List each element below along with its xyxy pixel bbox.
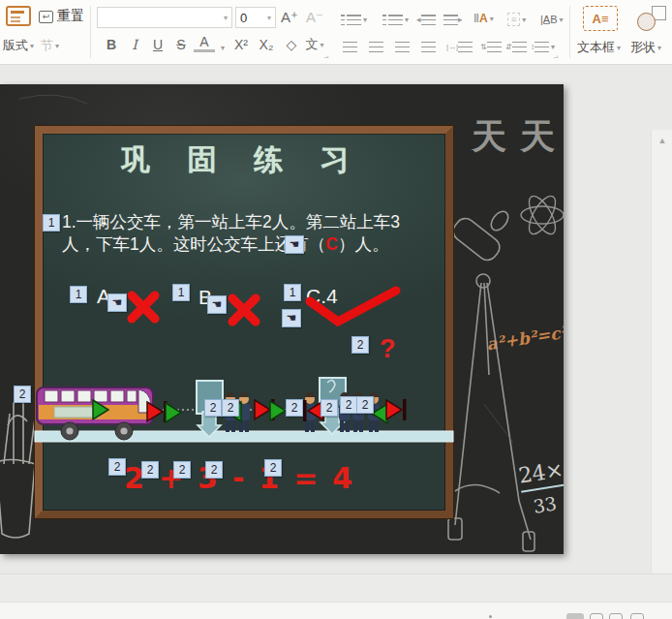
align-right-button[interactable] (395, 36, 410, 57)
distribute-button[interactable]: |↔| (446, 36, 473, 57)
animation-order-badge[interactable]: 2 (340, 396, 357, 414)
slide[interactable]: 天天向 a²+b²=c² 24× 33 (0, 84, 564, 554)
shapes-button[interactable] (637, 6, 666, 31)
trigger-hand-icon[interactable]: ☚ (285, 235, 304, 254)
animation-order-badge[interactable]: 2 (14, 386, 31, 403)
trigger-hand-icon[interactable]: ☚ (107, 294, 127, 312)
animation-order-badge[interactable]: 2 (141, 461, 159, 479)
text-box-dropdown[interactable]: 文本框▾ (577, 39, 621, 56)
slideshow-button[interactable] (630, 613, 644, 619)
animation-order-badge[interactable]: 2 (108, 458, 126, 476)
animation-order-badge[interactable]: 2 (204, 399, 222, 417)
chevron-down-icon: ▾ (490, 15, 494, 23)
bullet-list-icon (347, 15, 361, 25)
chevron-down-icon: ▾ (224, 14, 228, 22)
decrease-font-icon: A⁻ (306, 9, 323, 26)
align-left-button[interactable] (343, 36, 357, 57)
animation-order-badge[interactable]: 2 (264, 459, 282, 477)
font-color-caret[interactable]: ▾ (219, 37, 225, 58)
text-box-button[interactable]: A≡ (583, 6, 618, 31)
animation-order-badge[interactable]: 2 (356, 396, 374, 414)
section-dropdown[interactable]: 节▾ (41, 37, 59, 54)
para-space-dec-button[interactable]: ⇵ (505, 36, 527, 57)
subscript-icon: X₂ (260, 37, 274, 52)
line-spacing-button[interactable]: ↕▾ (531, 36, 555, 57)
question-text[interactable]: 1.一辆公交车，第一站上车2人。第二站上车3 人，下车1人。这时公交车上还有（C… (62, 211, 447, 256)
animation-order-badge[interactable]: 2 (173, 461, 191, 479)
clear-format-button[interactable]: ◇ (281, 34, 302, 55)
chevron-down-icon: ▾ (55, 42, 59, 50)
chevron-down-icon: ▾ (221, 44, 225, 52)
justify-button[interactable] (421, 36, 436, 57)
bold-button[interactable]: B (101, 34, 122, 55)
animation-order-badge[interactable]: 2 (286, 399, 303, 417)
underline-button[interactable]: U (147, 34, 168, 55)
reading-view-button[interactable] (609, 613, 623, 619)
dialog-launcher-icon[interactable]: ⌐ (323, 53, 328, 63)
question-mark[interactable]: ? (380, 334, 396, 364)
animation-order-badge[interactable]: 2 (351, 336, 369, 354)
animation-order-badge[interactable]: 2 (205, 461, 223, 479)
slide-sorter-button[interactable] (590, 613, 603, 619)
font-name-combo[interactable]: ▾ (97, 7, 232, 28)
layout-dropdown[interactable]: 版式▾ (3, 37, 34, 54)
subscript-button[interactable]: X₂ (256, 34, 277, 55)
animation-order-badge[interactable]: 2 (321, 399, 338, 417)
chevron-down-icon: ▾ (522, 15, 526, 24)
increase-font-button[interactable]: A⁺ (281, 7, 298, 28)
trigger-hand-icon[interactable]: ☚ (207, 295, 227, 314)
animation-order-badge[interactable]: 2 (222, 399, 239, 417)
trigger-hand-icon[interactable]: ☚ (282, 309, 301, 327)
underline-icon: U (153, 37, 163, 52)
italic-icon: I (132, 37, 137, 52)
pinyin-button[interactable]: 文▾ (304, 34, 325, 55)
font-color-button[interactable]: A (194, 34, 215, 52)
bullets-button[interactable]: ▾ (341, 9, 367, 30)
justify-icon (421, 42, 436, 52)
text-direction-button[interactable]: ‖A▾ (473, 8, 494, 29)
para-space-icon (487, 42, 502, 52)
animation-order-badge[interactable]: 1 (70, 286, 87, 303)
align-center-button[interactable] (369, 36, 383, 57)
content-align-button[interactable]: ≡▾ (507, 9, 526, 30)
font-size-combo[interactable]: 0▾ (235, 7, 276, 28)
decrease-font-button[interactable]: A⁻ (306, 7, 323, 28)
animation-order-badge[interactable]: 1 (172, 284, 190, 301)
scroll-up-icon[interactable]: ▲ (652, 134, 672, 149)
dialog-launcher-icon[interactable]: ⌐ (553, 53, 558, 63)
normal-view-button[interactable] (566, 613, 584, 619)
wps-presentation-window: 版式▾ ↩重置 节▾ ▾ 0▾ A⁺ A⁻ B I U S A ▾ X² X₂ … (0, 0, 672, 619)
line-spacing-icon (535, 42, 549, 52)
increase-indent-button[interactable]: ▸ (443, 9, 463, 30)
animation-order-badge[interactable]: 1 (43, 214, 60, 232)
section-label: 节 (41, 37, 53, 54)
superscript-button[interactable]: X² (230, 34, 252, 55)
align-right-icon (395, 42, 410, 52)
decrease-indent-icon (421, 15, 436, 25)
arrange-text-button[interactable]: |A̲B▾ (540, 9, 564, 30)
reset-button[interactable]: ↩重置 (39, 8, 84, 25)
text-box-icon: A≡ (593, 12, 609, 26)
text-box-label: 文本框 (577, 39, 615, 56)
italic-button[interactable]: I (124, 34, 145, 55)
animation-order-badge[interactable]: 1 (284, 284, 301, 301)
equation-token: 4 (332, 461, 352, 495)
reset-label: 重置 (57, 8, 84, 25)
font-size-value: 0 (240, 11, 247, 25)
horizontal-scrollbar[interactable] (0, 573, 672, 602)
option-c[interactable]: C.4 (306, 285, 338, 308)
slide-title[interactable]: 巩 固 练 习 (87, 140, 397, 180)
vertical-scrollbar[interactable]: ▲ ▼ ▲▲ ▼▼ (651, 130, 672, 619)
chevron-down-icon: ▾ (657, 44, 661, 52)
numbering-button[interactable]: ▾ (382, 9, 409, 30)
slide-canvas[interactable]: 天天向 a²+b²=c² 24× 33 (0, 65, 672, 573)
decrease-indent-button[interactable]: ◂ (416, 9, 436, 30)
strikethrough-button[interactable]: S (170, 34, 192, 55)
reset-icon: ↩ (39, 11, 53, 23)
shapes-dropdown[interactable]: 形状▾ (630, 39, 661, 56)
para-space-inc-button[interactable]: ⇅ (480, 36, 502, 57)
bold-icon: B (107, 37, 116, 52)
status-bar (0, 602, 672, 619)
slide-layout-button[interactable] (6, 5, 31, 26)
green-arrow-right (270, 401, 286, 420)
